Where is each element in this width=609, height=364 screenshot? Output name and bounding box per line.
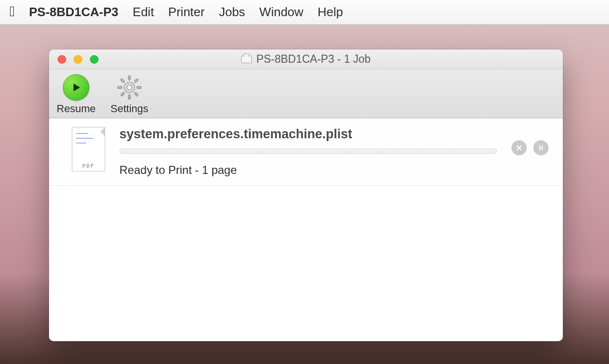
svg-rect-2 [128, 76, 130, 80]
svg-rect-9 [128, 95, 130, 99]
close-button[interactable] [58, 55, 66, 64]
resume-label: Resume [57, 103, 96, 115]
play-icon [63, 74, 89, 101]
svg-rect-11 [118, 86, 122, 88]
menu-window[interactable]: Window [259, 5, 303, 19]
job-list: PDF system.preferences.timemachine.plist… [49, 118, 563, 341]
menu-printer[interactable]: Printer [168, 5, 205, 19]
job-status: Ready to Print - 1 page [119, 163, 497, 177]
settings-button[interactable]: Settings [108, 74, 151, 115]
job-thumb-ext: PDF [72, 163, 105, 169]
svg-rect-8 [134, 92, 139, 97]
menu-edit[interactable]: Edit [133, 5, 154, 19]
svg-rect-14 [541, 145, 542, 150]
svg-rect-6 [134, 78, 139, 83]
printer-icon [241, 56, 252, 63]
job-row[interactable]: PDF system.preferences.timemachine.plist… [49, 118, 563, 186]
svg-rect-7 [137, 86, 141, 88]
menubar:  PS-8BD1CA-P3 Edit Printer Jobs Window … [0, 0, 609, 25]
svg-rect-10 [120, 92, 125, 97]
titlebar[interactable]: PS-8BD1CA-P3 - 1 Job [49, 49, 563, 69]
svg-point-1 [127, 85, 132, 90]
minimize-button[interactable] [74, 55, 82, 64]
window-controls [58, 55, 98, 64]
app-menu[interactable]: PS-8BD1CA-P3 [29, 5, 118, 19]
menu-help[interactable]: Help [318, 5, 343, 19]
job-progress-bar [119, 148, 497, 154]
printer-queue-window: PS-8BD1CA-P3 - 1 Job Resume [49, 49, 563, 341]
svg-rect-13 [540, 145, 540, 150]
pause-job-button[interactable] [533, 140, 549, 155]
cancel-job-button[interactable] [511, 140, 527, 155]
apple-menu-icon[interactable]:  [10, 4, 15, 19]
resume-button[interactable]: Resume [55, 74, 98, 115]
fullscreen-button[interactable] [90, 55, 98, 64]
toolbar: Resume [49, 69, 563, 118]
settings-label: Settings [110, 103, 148, 115]
gear-icon [116, 74, 143, 101]
menu-jobs[interactable]: Jobs [219, 5, 245, 19]
svg-rect-12 [120, 78, 125, 83]
window-title-text: PS-8BD1CA-P3 - 1 Job [256, 53, 371, 66]
window-title: PS-8BD1CA-P3 - 1 Job [49, 53, 563, 66]
job-filename: system.preferences.timemachine.plist [119, 127, 497, 142]
job-thumbnail: PDF [72, 127, 105, 172]
